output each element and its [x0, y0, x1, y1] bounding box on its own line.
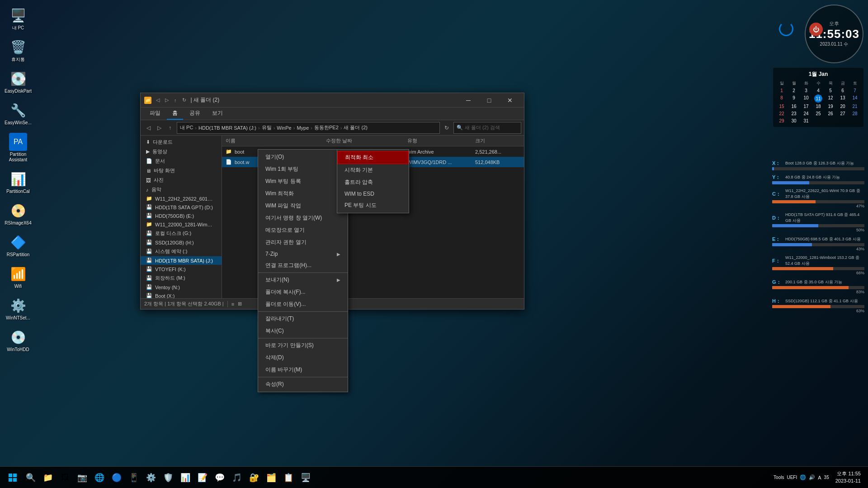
tray-uefi[interactable]: UEFI [787, 475, 797, 480]
nav-item-w11-22000[interactable]: 📁 W11_22000_1281-Wimboot (F:) [141, 220, 222, 229]
taskbar-app3[interactable]: 🌐 [91, 469, 108, 486]
titlebar-refresh-btn[interactable]: ↻ [180, 96, 188, 104]
ctx-wim-file-work[interactable]: WiM 파일 작업 ▶ [258, 200, 348, 212]
nav-item-hdd-750[interactable]: 💾HDD(750GB) (E:) [141, 211, 222, 220]
sub-ctx-pe-boot[interactable]: PE 부팅 시도 [337, 199, 409, 211]
col-name[interactable]: 이름 [226, 137, 326, 144]
taskbar-app13[interactable]: 🗂️ [263, 469, 279, 486]
desktop-icon-winntset[interactable]: ⚙️ WinNTSet... [2, 295, 34, 323]
nav-item-download[interactable]: ⬇다운로드 [141, 137, 222, 147]
taskbar-app5[interactable]: 📱 [126, 469, 142, 486]
desktop-icon-wintohdd[interactable]: 💿 WinToHDD [2, 326, 34, 354]
taskbar-app10[interactable]: 💬 [212, 469, 228, 486]
nav-item-external[interactable]: 💾외장하드 (M:) [141, 273, 222, 283]
nav-item-desktop[interactable]: 🖥바탕 화면 [141, 166, 222, 175]
address-path[interactable]: 내 PC › HDD(1TB MBR SATA) (J:) › 유틸 › Win… [177, 122, 440, 134]
taskbar-app14[interactable]: 📋 [280, 469, 297, 486]
col-type[interactable]: 유형 [407, 137, 475, 144]
nav-item-boot-x[interactable]: 💾Boot (X:) [141, 291, 222, 298]
desktop-icon-partitioncal[interactable]: 📊 PartitionCal [2, 168, 34, 196]
desktop-icon-rsimage[interactable]: 📀 RSImageX64 [2, 200, 34, 228]
col-modified[interactable]: 수정한 날짜 [326, 137, 407, 144]
ctx-wim-1st-boot[interactable]: Wim 1회 부팅 [258, 163, 348, 175]
back-button[interactable]: ◁ [143, 123, 153, 133]
ctx-connect-programs[interactable]: 연결 프로그램(H)... [258, 259, 348, 272]
taskbar-file-explorer-button[interactable]: 📁 [40, 469, 56, 486]
taskbar-app9[interactable]: 📝 [194, 469, 211, 486]
ribbon-tab-share[interactable]: 공유 [184, 108, 206, 120]
ctx-copy-to[interactable]: 폴더에 복사(F)... [258, 286, 348, 298]
desktop-icon-partition-assistant[interactable]: PA PartitionAssistant [2, 131, 34, 164]
taskbar-app11[interactable]: 🎵 [229, 469, 245, 486]
ctx-wim-optimize[interactable]: Wim 최적화 [258, 188, 348, 200]
taskbar-app12[interactable]: 🔐 [246, 469, 262, 486]
nav-item-ssd-120[interactable]: 💾SSD(120GB) (H:) [141, 238, 222, 247]
start-button[interactable] [4, 469, 22, 487]
nav-item-w11-22h2[interactable]: 📁 W11_22H2_22622_601-Wimboot [141, 194, 222, 203]
ctx-delete[interactable]: 삭제(D) [258, 352, 348, 364]
ctx-open-cmd[interactable]: 여기서 명령 창 열기(W) [258, 212, 348, 224]
nav-item-hdd-sata-gpt[interactable]: 💾HDD(1TB SATA GPT) (D:) [141, 203, 222, 211]
ribbon-tab-home[interactable]: 홈 [167, 108, 183, 120]
ctx-rename[interactable]: 이름 바꾸기(M) [258, 364, 348, 376]
nav-item-documents[interactable]: 📄문서 [141, 156, 222, 166]
ctx-cut[interactable]: 잘라내기(T) [258, 313, 348, 325]
nav-item-photos[interactable]: 🖼사진 [141, 175, 222, 185]
titlebar-fwd-btn[interactable]: ▷ [163, 96, 170, 104]
sub-ctx-compress[interactable]: 홀트라 압축 [337, 176, 409, 188]
tray-tools[interactable]: Tools [774, 475, 784, 480]
taskbar-app8[interactable]: 📊 [177, 469, 193, 486]
taskbar-app15[interactable]: 🖥️ [297, 469, 314, 486]
sub-ctx-wim-to-esd[interactable]: WIM to ESD [337, 188, 409, 199]
nav-item-video[interactable]: ▶동영상 [141, 147, 222, 156]
col-size[interactable]: 크기 [475, 137, 520, 144]
tray-volume-icon[interactable]: 🔊 [809, 474, 815, 480]
nav-item-music[interactable]: ♪음악 [141, 185, 222, 194]
tray-clock[interactable]: 오후 11:55 2023-01-11 [832, 470, 864, 484]
desktop-icon-rspartition[interactable]: 🔷 RSPartition [2, 231, 34, 259]
search-box[interactable]: 🔍 새 폴더 (2) 검색 [453, 122, 521, 134]
nav-item-local-g[interactable]: 💾로컬 디스크 (G:) [141, 229, 222, 238]
nav-item-system-reserve[interactable]: 💾시스템 예약 (:) [141, 247, 222, 256]
ctx-send-to[interactable]: 보내기(N) ▶ [258, 274, 348, 286]
desktop-icon-wifi[interactable]: 📶 Wifi [2, 263, 34, 291]
tray-battery-icon[interactable]: A [818, 475, 821, 480]
desktop-icon-easydiskpart[interactable]: 💽 EasyDiskPart [2, 68, 34, 96]
ribbon-tab-file[interactable]: 파일 [144, 108, 166, 120]
tray-network-icon[interactable]: 🌐 [800, 474, 806, 480]
ctx-open[interactable]: 열기(O) [258, 151, 348, 163]
taskbar-search-button[interactable]: 🔍 [23, 469, 39, 486]
taskbar-app7[interactable]: 🛡️ [160, 469, 176, 486]
desktop-icon-my-pc[interactable]: 🖥️ 내 PC [2, 5, 34, 33]
taskbar-app4[interactable]: 🔵 [108, 469, 125, 486]
nav-item-hdd-mbr-j[interactable]: 💾HDD(1TB MBR SATA) (J:) [141, 256, 222, 265]
ctx-shortcut[interactable]: 바로 가기 만들기(S) [258, 339, 348, 352]
view-list-icon[interactable]: ≡ [231, 301, 234, 307]
ctx-wim-boot-register[interactable]: Wim 부팅 등록 [258, 175, 348, 188]
nav-item-ventoy[interactable]: 💾Ventoy (N:) [141, 283, 222, 291]
taskbar-app6[interactable]: ⚙️ [143, 469, 159, 486]
minimize-button[interactable]: ─ [458, 93, 479, 108]
ctx-open-admin[interactable]: 관리자 권한 열기 [258, 236, 348, 249]
desktop-icon-easywinse[interactable]: 🔧 EasyWinSe... [2, 99, 34, 127]
tray-kb-indicator[interactable]: 35 [824, 475, 829, 480]
up-button[interactable]: ↑ [165, 123, 175, 133]
view-grid-icon[interactable]: ⊞ [238, 301, 242, 307]
taskbar-app1[interactable]: 🖼 [57, 469, 73, 486]
taskbar-app2[interactable]: 📷 [74, 469, 90, 486]
desktop-icon-recycle-bin[interactable]: 🗑️ 휴지통 [2, 36, 34, 64]
maximize-button[interactable]: □ [479, 93, 500, 108]
ctx-7zip[interactable]: 7-Zip ▶ [258, 249, 348, 259]
sub-ctx-optimize-start[interactable]: 시작화 기본 [337, 164, 409, 176]
ctx-open-notepad[interactable]: 메모장으로 열기 [258, 224, 348, 236]
ctx-copy[interactable]: 복사(C) [258, 325, 348, 337]
titlebar-back-btn[interactable]: ◁ [154, 96, 161, 104]
ribbon-tab-view[interactable]: 보기 [207, 108, 228, 120]
sub-ctx-optimize-min[interactable]: 최적화 최소 [337, 151, 409, 164]
nav-item-vtoyefi[interactable]: 💾VTOYEFI (K:) [141, 265, 222, 273]
forward-button[interactable]: ▷ [154, 123, 164, 133]
ctx-properties[interactable]: 속성(R) [258, 378, 348, 390]
refresh-button[interactable]: ↻ [442, 123, 452, 133]
ctx-move-to[interactable]: 폴더로 이동(V)... [258, 298, 348, 310]
close-button[interactable]: ✕ [500, 93, 520, 108]
